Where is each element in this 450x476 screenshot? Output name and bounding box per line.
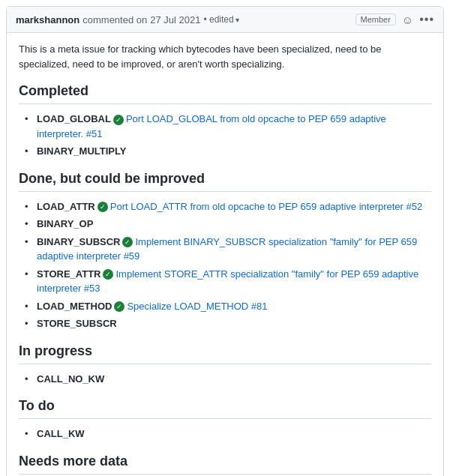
section-completed: CompletedLOAD_GLOBAL✓Port LOAD_GLOBAL fr… — [19, 83, 431, 159]
section-title: In progress — [19, 343, 431, 364]
intro-text: This is a meta issue for tracking which … — [19, 42, 431, 71]
check-icon: ✓ — [98, 202, 108, 212]
issue-number: #81 — [248, 301, 267, 312]
member-badge: Member — [356, 13, 396, 25]
comment-container: markshannon commented on 27 Jul 2021 • e… — [6, 6, 444, 476]
check-icon: ✓ — [114, 301, 124, 312]
item-name: STORE_SUBSCR — [37, 318, 117, 329]
list-item: STORE_SUBSCR — [25, 316, 431, 331]
list-item: BINARY_MULTIPLY — [25, 144, 431, 159]
section-title: Needs more data — [19, 454, 431, 475]
list-item: LOAD_ATTR✓Port LOAD_ATTR from old opcach… — [25, 199, 431, 214]
item-name: BINARY_SUBSCR — [37, 236, 120, 247]
section-needs-more-data: Needs more dataBefore more optimizing th… — [19, 454, 431, 477]
item-link[interactable]: Port LOAD_ATTR from old opcache to PEP 6… — [110, 201, 404, 212]
list-item: STORE_ATTR✓Implement STORE_ATTR speciali… — [25, 267, 431, 296]
item-list: LOAD_ATTR✓Port LOAD_ATTR from old opcach… — [25, 199, 431, 331]
item-name: STORE_ATTR — [37, 268, 100, 280]
item-list: CALL_KW — [25, 427, 431, 442]
smiley-icon[interactable]: ☺ — [402, 13, 413, 26]
item-name: BINARY_OP — [37, 218, 93, 229]
check-icon: ✓ — [122, 237, 133, 247]
comment-body: This is a meta issue for tracking which … — [7, 33, 443, 476]
comment-header: markshannon commented on 27 Jul 2021 • e… — [7, 7, 443, 33]
comment-action: commented on — [82, 14, 147, 25]
list-item: LOAD_GLOBAL✓Port LOAD_GLOBAL from old op… — [25, 112, 431, 141]
item-link[interactable]: Specialize LOAD_METHOD — [127, 301, 248, 312]
list-item: CALL_NO_KW — [25, 372, 431, 387]
comment-header-right: Member ☺ ••• — [356, 13, 434, 26]
edited-tag[interactable]: • edited ▾ — [203, 14, 238, 25]
item-list: LOAD_GLOBAL✓Port LOAD_GLOBAL from old op… — [25, 112, 431, 159]
section-title: Completed — [19, 83, 431, 104]
item-name: LOAD_GLOBAL — [37, 113, 111, 124]
issue-number: #52 — [404, 201, 422, 212]
item-name: CALL_KW — [37, 428, 85, 439]
check-icon: ✓ — [113, 115, 124, 125]
section-title: To do — [19, 398, 431, 419]
item-name: CALL_NO_KW — [37, 373, 104, 385]
item-name: LOAD_ATTR — [37, 201, 95, 212]
section-in-progress: In progressCALL_NO_KW — [19, 343, 431, 387]
item-list: CALL_NO_KW — [25, 372, 431, 387]
comment-author[interactable]: markshannon — [16, 14, 80, 25]
chevron-down-icon: ▾ — [236, 16, 239, 24]
section-done-could-improve: Done, but could be improvedLOAD_ATTR✓Por… — [19, 171, 431, 331]
check-icon: ✓ — [103, 269, 113, 280]
comment-header-left: markshannon commented on 27 Jul 2021 • e… — [16, 14, 239, 25]
section-title: Done, but could be improved — [19, 171, 431, 192]
sections-container: CompletedLOAD_GLOBAL✓Port LOAD_GLOBAL fr… — [19, 83, 431, 476]
issue-number: #59 — [121, 250, 140, 262]
list-item: LOAD_METHOD✓Specialize LOAD_METHOD #81 — [25, 299, 431, 314]
item-name: BINARY_MULTIPLY — [37, 145, 126, 157]
item-name: LOAD_METHOD — [37, 301, 112, 312]
more-options-icon[interactable]: ••• — [419, 13, 434, 26]
list-item: BINARY_OP — [25, 217, 431, 232]
section-to-do: To doCALL_KW — [19, 398, 431, 442]
issue-number: #51 — [83, 128, 102, 139]
comment-date: 27 Jul 2021 — [150, 14, 200, 25]
issue-number: #53 — [81, 283, 100, 294]
list-item: BINARY_SUBSCR✓Implement BINARY_SUBSCR sp… — [25, 235, 431, 264]
list-item: CALL_KW — [25, 427, 431, 442]
